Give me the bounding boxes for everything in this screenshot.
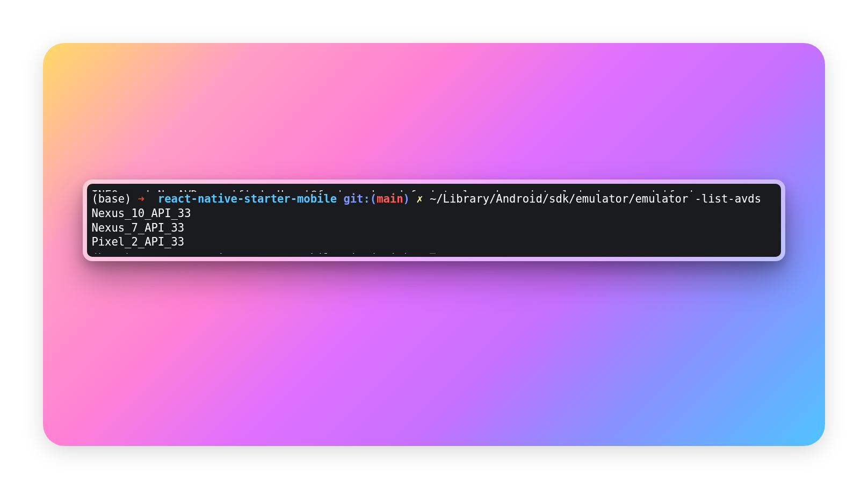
output-line-3: Pixel_2_API_33 (91, 235, 776, 249)
output-line-1: Nexus_10_API_33 (91, 206, 776, 221)
git-label: git: (343, 192, 370, 205)
git-dirty-icon: ✗ (416, 192, 423, 205)
command-text: ~/Library/Android/sdk/emulator/emulator … (430, 192, 761, 205)
git-paren-close: ) (403, 192, 410, 205)
terminal-frame: INFO | No AVD specified. Use '@foo' or '… (83, 179, 785, 261)
truncated-scrollback-bottom: (base) ➜ react-native-starter-mobile git… (91, 251, 776, 254)
output-line-2: Nexus_7_API_33 (91, 221, 776, 235)
working-directory: react-native-starter-mobile (158, 192, 337, 205)
terminal-prompt-line: (base) ➜ react-native-starter-mobile git… (91, 192, 776, 206)
truncated-scrollback-top: INFO | No AVD specified. Use '@foo' or '… (91, 188, 776, 192)
git-paren-open: ( (370, 192, 377, 205)
git-branch: main (377, 192, 403, 205)
conda-env: (base) (91, 192, 131, 205)
gradient-background-card: INFO | No AVD specified. Use '@foo' or '… (43, 43, 825, 446)
cursor-icon (430, 253, 436, 254)
prompt-arrow-icon: ➜ (138, 192, 144, 205)
terminal-window[interactable]: INFO | No AVD specified. Use '@foo' or '… (87, 184, 780, 257)
